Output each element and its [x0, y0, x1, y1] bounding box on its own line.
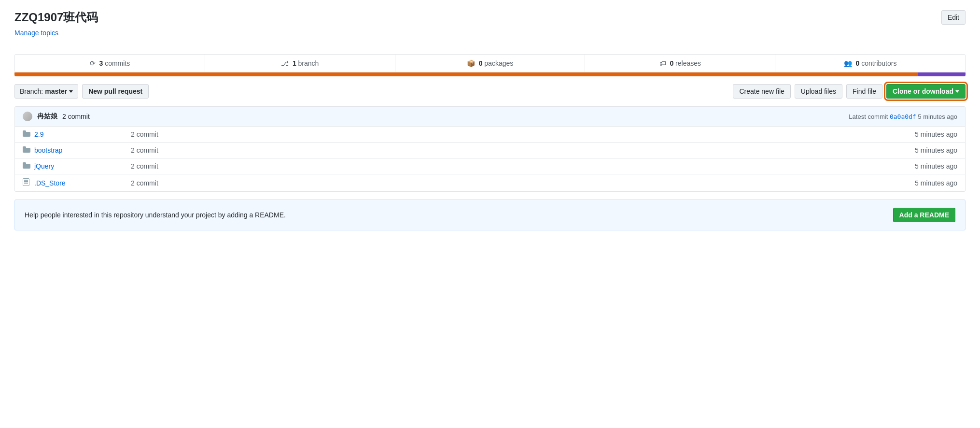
toolbar-right: Create new file Upload files Find file C… — [733, 84, 966, 99]
branch-selector[interactable]: Branch: master — [14, 84, 78, 99]
file-time: 5 minutes ago — [915, 130, 957, 138]
branches-label: branch — [298, 59, 319, 67]
file-name[interactable]: .DS_Store — [34, 179, 131, 187]
releases-stat[interactable]: 🏷 0 releases — [585, 55, 775, 72]
commit-header-row: 冉姑娘 2 commit Latest commit 0a0a0df 5 min… — [15, 107, 965, 127]
contributors-icon: 👥 — [844, 59, 852, 67]
add-readme-button[interactable]: Add a README — [893, 208, 955, 222]
repo-title: ZZQ1907班代码 — [14, 10, 98, 25]
branches-count: 1 — [293, 59, 296, 67]
branch-name: master — [45, 87, 67, 95]
branch-label: Branch: — [20, 87, 43, 95]
file-time: 5 minutes ago — [915, 179, 957, 187]
table-row: jQuery2 commit5 minutes ago — [15, 158, 965, 174]
folder-icon — [23, 162, 34, 170]
commit-author[interactable]: 冉姑娘 — [37, 112, 57, 121]
table-row: 2.92 commit5 minutes ago — [15, 127, 965, 143]
commit-row-left: 冉姑娘 2 commit — [23, 112, 90, 121]
releases-icon: 🏷 — [659, 59, 666, 67]
file-icon — [23, 178, 34, 187]
file-rows-container: 2.92 commit5 minutes agobootstrap2 commi… — [15, 127, 965, 191]
branches-stat[interactable]: ⎇ 1 branch — [205, 55, 395, 72]
packages-count: 0 — [479, 59, 483, 67]
file-time: 5 minutes ago — [915, 162, 957, 170]
avatar-image — [23, 112, 32, 121]
file-commit-msg: 2 commit — [131, 162, 915, 170]
packages-icon: 📦 — [467, 59, 475, 67]
file-name[interactable]: jQuery — [34, 162, 131, 170]
upload-files-button[interactable]: Upload files — [795, 84, 842, 99]
avatar — [23, 112, 32, 121]
contributors-label: contributors — [861, 59, 896, 67]
commit-time: 5 minutes ago — [918, 113, 957, 120]
commits-count: 3 — [99, 59, 103, 67]
repo-header: ZZQ1907班代码 Edit — [14, 10, 966, 25]
create-new-file-button[interactable]: Create new file — [733, 84, 790, 99]
contributors-stat[interactable]: 👥 0 contributors — [775, 55, 965, 72]
lang-segment-orange — [14, 72, 918, 76]
chevron-down-icon — [69, 90, 73, 93]
commit-row-right: Latest commit 0a0a0df 5 minutes ago — [849, 113, 957, 120]
new-pull-request-button[interactable]: New pull request — [82, 84, 149, 99]
file-table: 冉姑娘 2 commit Latest commit 0a0a0df 5 min… — [14, 106, 966, 192]
manage-topics-link[interactable]: Manage topics — [14, 29, 58, 37]
packages-stat[interactable]: 📦 0 packages — [395, 55, 586, 72]
lang-segment-purple — [918, 72, 966, 76]
folder-icon — [23, 130, 34, 138]
stats-bar: ⟳ 3 commits ⎇ 1 branch 📦 0 packages 🏷 0 … — [14, 54, 966, 72]
commits-stat[interactable]: ⟳ 3 commits — [15, 55, 205, 72]
clone-label: Clone or download — [893, 87, 953, 95]
commit-message: 2 commit — [62, 113, 90, 120]
table-row: bootstrap2 commit5 minutes ago — [15, 143, 965, 158]
clone-chevron-icon — [955, 90, 959, 93]
readme-banner-text: Help people interested in this repositor… — [25, 211, 286, 219]
file-commit-msg: 2 commit — [131, 146, 915, 154]
file-name[interactable]: bootstrap — [34, 146, 131, 154]
folder-icon — [23, 146, 34, 154]
file-time: 5 minutes ago — [915, 146, 957, 154]
toolbar-left: Branch: master New pull request — [14, 84, 149, 99]
commits-icon: ⟳ — [90, 59, 96, 67]
file-commit-msg: 2 commit — [131, 179, 915, 187]
commit-hash[interactable]: 0a0a0df — [890, 113, 916, 120]
packages-label: packages — [484, 59, 513, 67]
releases-label: releases — [675, 59, 701, 67]
file-commit-msg: 2 commit — [131, 130, 915, 138]
releases-count: 0 — [670, 59, 673, 67]
edit-button[interactable]: Edit — [941, 10, 966, 25]
branch-icon: ⎇ — [281, 59, 289, 67]
find-file-button[interactable]: Find file — [846, 84, 882, 99]
commits-label: commits — [105, 59, 130, 67]
readme-banner: Help people interested in this repositor… — [14, 200, 966, 230]
file-name[interactable]: 2.9 — [34, 130, 131, 138]
latest-commit-label: Latest commit — [849, 113, 888, 120]
table-row: .DS_Store2 commit5 minutes ago — [15, 174, 965, 191]
toolbar: Branch: master New pull request Create n… — [14, 84, 966, 99]
language-bar — [14, 72, 966, 76]
contributors-count: 0 — [856, 59, 860, 67]
clone-or-download-button[interactable]: Clone or download — [886, 84, 966, 99]
